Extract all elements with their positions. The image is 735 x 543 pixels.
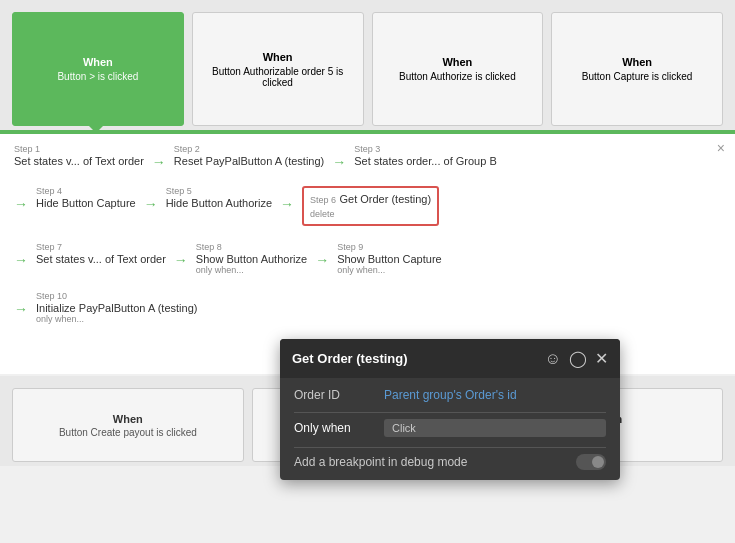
step-2-label: Step 2 bbox=[174, 144, 324, 154]
row-4-start-arrow: → bbox=[14, 301, 28, 317]
popup-divider-2 bbox=[294, 447, 606, 448]
step-10: Step 10 Initialize PayPalButton A (testi… bbox=[36, 291, 197, 324]
step-5-name: Hide Button Authorize bbox=[166, 197, 272, 209]
trigger-card-2-sub: Button Authorizable order 5 is clicked bbox=[203, 66, 353, 88]
popup-body: Order ID Parent group's Order's id Only … bbox=[280, 378, 620, 480]
trigger-card-3[interactable]: When Button Authorize is clicked bbox=[372, 12, 544, 126]
step-3: Step 3 Set states order... of Group B bbox=[354, 144, 496, 167]
close-button[interactable]: × bbox=[717, 140, 725, 156]
step-8-label: Step 8 bbox=[196, 242, 307, 252]
trigger-card-4-label: When bbox=[622, 56, 652, 68]
toggle-knob bbox=[592, 456, 604, 468]
steps-row-4: → Step 10 Initialize PayPalButton A (tes… bbox=[14, 291, 721, 324]
step-1: Step 1 Set states v... of Text order bbox=[14, 144, 144, 167]
step-6-delete[interactable]: delete bbox=[310, 209, 335, 219]
steps-row-1: Step 1 Set states v... of Text order → S… bbox=[14, 144, 721, 170]
step-8-name: Show Button Authorize bbox=[196, 253, 307, 265]
popup-title: Get Order (testing) bbox=[292, 351, 545, 366]
connector-arrow bbox=[88, 125, 104, 133]
step-arrow-1-2: → bbox=[152, 154, 166, 170]
steps-row-2: → Step 4 Hide Button Capture → Step 5 Hi… bbox=[14, 186, 721, 226]
breakpoint-toggle[interactable] bbox=[576, 454, 606, 470]
step-5: Step 5 Hide Button Authorize bbox=[166, 186, 272, 209]
step-2: Step 2 Reset PayPalButton A (testing) bbox=[174, 144, 324, 167]
person-icon[interactable]: ☺ bbox=[545, 350, 561, 368]
step-3-label: Step 3 bbox=[354, 144, 496, 154]
step-4-label: Step 4 bbox=[36, 186, 136, 196]
step-arrow-7-8: → bbox=[174, 252, 188, 268]
trigger-card-2[interactable]: When Button Authorizable order 5 is clic… bbox=[192, 12, 364, 126]
step-6-label: Step 6 bbox=[310, 195, 336, 205]
bottom-card-1[interactable]: When Button Create payout is clicked bbox=[12, 388, 244, 462]
popup-icons: ☺ ◯ ✕ bbox=[545, 349, 608, 368]
trigger-cards-row: When Button > is clicked When Button Aut… bbox=[0, 0, 735, 130]
step-arrow-2-3: → bbox=[332, 154, 346, 170]
popup-breakpoint-row: Add a breakpoint in debug mode bbox=[294, 454, 606, 470]
step-6-name: Get Order (testing) bbox=[339, 193, 431, 205]
step-9-label: Step 9 bbox=[337, 242, 442, 252]
step-9-sub: only when... bbox=[337, 265, 442, 275]
trigger-card-4[interactable]: When Button Capture is clicked bbox=[551, 12, 723, 126]
step-7-name: Set states v... of Text order bbox=[36, 253, 166, 265]
step-5-label: Step 5 bbox=[166, 186, 272, 196]
popup-divider bbox=[294, 412, 606, 413]
order-id-label: Order ID bbox=[294, 388, 384, 402]
step-8-sub: only when... bbox=[196, 265, 307, 275]
popup-header: Get Order (testing) ☺ ◯ ✕ bbox=[280, 339, 620, 378]
step-2-name: Reset PayPalButton A (testing) bbox=[174, 155, 324, 167]
row-3-start-arrow: → bbox=[14, 252, 28, 268]
step-9-name: Show Button Capture bbox=[337, 253, 442, 265]
step-arrow-5-6: → bbox=[280, 196, 294, 212]
only-when-value[interactable]: Click bbox=[384, 419, 606, 437]
breakpoint-label: Add a breakpoint in debug mode bbox=[294, 455, 576, 469]
popup-panel: Get Order (testing) ☺ ◯ ✕ Order ID Paren… bbox=[280, 339, 620, 480]
step-10-name: Initialize PayPalButton A (testing) bbox=[36, 302, 197, 314]
step-10-sub: only when... bbox=[36, 314, 197, 324]
step-4: Step 4 Hide Button Capture bbox=[36, 186, 136, 209]
step-1-name: Set states v... of Text order bbox=[14, 155, 144, 167]
trigger-card-1-sub: Button > is clicked bbox=[57, 71, 138, 82]
bottom-card-1-label: When bbox=[113, 413, 143, 425]
step-10-label: Step 10 bbox=[36, 291, 197, 301]
order-id-value[interactable]: Parent group's Order's id bbox=[384, 388, 606, 402]
trigger-card-1-label: When bbox=[83, 56, 113, 68]
trigger-card-3-label: When bbox=[442, 56, 472, 68]
step-7-label: Step 7 bbox=[36, 242, 166, 252]
trigger-card-2-label: When bbox=[263, 51, 293, 63]
step-arrow-4-5: → bbox=[144, 196, 158, 212]
only-when-label: Only when bbox=[294, 421, 384, 435]
steps-container: × Step 1 Set states v... of Text order →… bbox=[0, 134, 735, 374]
step-8: Step 8 Show Button Authorize only when..… bbox=[196, 242, 307, 275]
step-1-label: Step 1 bbox=[14, 144, 144, 154]
step-6[interactable]: Step 6 Get Order (testing) delete bbox=[302, 186, 439, 226]
step-arrow-8-9: → bbox=[315, 252, 329, 268]
row-2-start-arrow: → bbox=[14, 196, 28, 212]
steps-row-3: → Step 7 Set states v... of Text order →… bbox=[14, 242, 721, 275]
step-7: Step 7 Set states v... of Text order bbox=[36, 242, 166, 265]
trigger-card-1[interactable]: When Button > is clicked bbox=[12, 12, 184, 126]
bottom-card-1-sub: Button Create payout is clicked bbox=[59, 427, 197, 438]
popup-only-when-row: Only when Click bbox=[294, 419, 606, 437]
step-3-name: Set states order... of Group B bbox=[354, 155, 496, 167]
step-9: Step 9 Show Button Capture only when... bbox=[337, 242, 442, 275]
comment-icon[interactable]: ◯ bbox=[569, 349, 587, 368]
popup-order-id-row: Order ID Parent group's Order's id bbox=[294, 388, 606, 402]
step-4-name: Hide Button Capture bbox=[36, 197, 136, 209]
trigger-card-3-sub: Button Authorize is clicked bbox=[399, 71, 516, 82]
popup-close-icon[interactable]: ✕ bbox=[595, 349, 608, 368]
trigger-card-4-sub: Button Capture is clicked bbox=[582, 71, 693, 82]
